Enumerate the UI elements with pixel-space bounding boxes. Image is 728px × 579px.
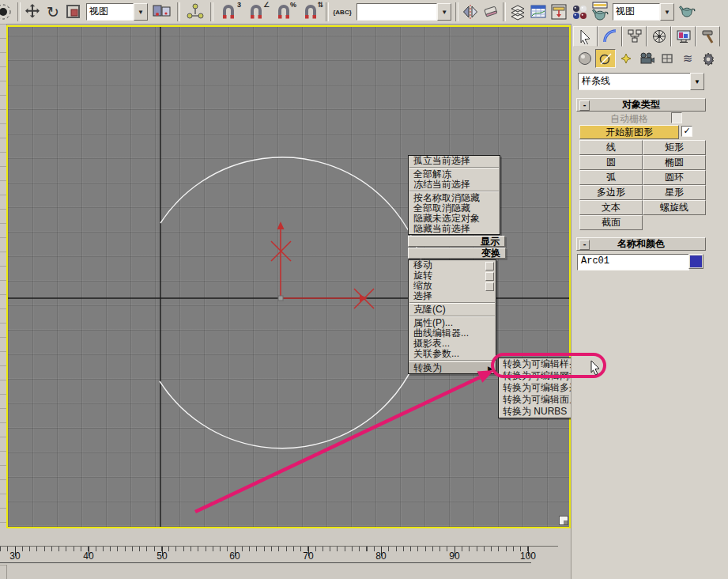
named-selection-dropdown[interactable]: ▼ <box>356 4 451 20</box>
curve-editor-icon[interactable] <box>528 2 549 22</box>
time-slider-strip[interactable] <box>0 528 573 546</box>
angle-snap-icon[interactable]: ∠ <box>242 2 270 22</box>
render-setup-icon[interactable] <box>590 2 610 22</box>
button-text[interactable]: 文本 <box>579 200 643 215</box>
named-selection-label: {ABC} <box>333 9 352 16</box>
tab-hierarchy[interactable] <box>622 26 647 47</box>
arc01-spline[interactable] <box>160 157 428 448</box>
menu-item-wire-parameters[interactable]: 关联参数... <box>409 349 496 359</box>
track-bar-ruler[interactable]: 30 40 50 60 70 80 90 100 <box>0 546 573 565</box>
toolbar-separator <box>17 2 21 21</box>
start-new-shape-button[interactable]: 开始新图形 <box>579 125 679 139</box>
layer-manager-icon[interactable] <box>507 2 528 22</box>
material-editor-icon[interactable] <box>569 2 590 22</box>
mouse-cursor-icon <box>590 360 603 376</box>
menu-item-isolate-selection[interactable]: 孤立当前选择 <box>409 156 500 166</box>
tab-display[interactable] <box>671 26 696 47</box>
utilities-hammer-icon <box>700 28 716 44</box>
spinner-snap-glyph: ⇅ <box>317 2 323 9</box>
button-arc[interactable]: 弧 <box>579 170 643 185</box>
percent-snap-label: % <box>290 2 296 9</box>
menu-item-freeze-selection[interactable]: 冻结当前选择 <box>409 180 500 190</box>
button-circle[interactable]: 圆 <box>579 155 643 170</box>
render-type-dropdown[interactable]: 视图 ▼ <box>613 4 674 20</box>
align-icon[interactable] <box>481 2 501 22</box>
viewport-resize-grip[interactable] <box>559 516 568 525</box>
percent-snap-icon[interactable]: % <box>270 2 297 22</box>
lights-category-icon[interactable] <box>616 49 636 68</box>
object-color-swatch[interactable] <box>688 254 703 269</box>
button-helix[interactable]: 螺旋线 <box>643 200 706 215</box>
select-and-move-icon[interactable] <box>22 2 43 22</box>
ruler-baseline <box>0 562 531 563</box>
spinner-snap-icon[interactable]: ⇅ <box>297 2 324 22</box>
rollout-name-color[interactable]: - 名称和颜色 <box>576 237 706 251</box>
button-ngon[interactable]: 多边形 <box>579 185 643 200</box>
autogrid-label: 自动栅格 <box>586 112 673 126</box>
mirror-icon[interactable] <box>460 2 481 22</box>
render-type-value: 视图 <box>613 3 660 21</box>
shape-type-dropdown[interactable]: 样条线 ▼ <box>578 73 704 89</box>
tab-modify[interactable] <box>598 26 622 47</box>
create-categories: ≋ <box>575 49 725 70</box>
helpers-category-icon[interactable] <box>657 49 677 68</box>
ruler-label: 50 <box>149 551 175 562</box>
cameras-category-icon[interactable] <box>636 49 657 68</box>
rollout-title: 名称和颜色 <box>617 237 665 251</box>
menu-item-clone[interactable]: 克隆(C) <box>409 305 496 315</box>
hierarchy-icon <box>627 28 643 44</box>
select-and-manipulate-icon[interactable] <box>182 2 209 22</box>
display-monitor-icon <box>676 28 692 44</box>
tab-create[interactable] <box>573 26 598 47</box>
menu-item-label: 缩放 <box>413 280 432 291</box>
quick-render-icon[interactable] <box>677 2 697 22</box>
menu-item-label: 移动 <box>413 259 432 271</box>
angle-snap-glyph: ∠ <box>263 2 270 9</box>
select-and-rotate-icon[interactable]: ↻ <box>43 2 63 22</box>
select-and-scale-icon[interactable] <box>63 2 84 22</box>
collapse-icon[interactable]: - <box>579 240 590 250</box>
rollout-object-type[interactable]: - 对象类型 <box>576 98 706 112</box>
object-name-field[interactable]: Arc01 <box>577 254 689 271</box>
use-pivot-point-icon[interactable] <box>150 2 175 22</box>
named-selection-sets-icon[interactable]: {ABC} <box>330 2 354 22</box>
modify-curve-icon <box>602 28 618 44</box>
dropdown-arrow-icon[interactable]: ▼ <box>660 3 674 21</box>
settings-box-icon[interactable] <box>485 262 494 271</box>
selection-center-icon[interactable] <box>0 2 16 22</box>
menu-item-convert-to[interactable]: 转换为▶ <box>409 362 496 373</box>
geometry-category-icon[interactable] <box>575 49 595 68</box>
button-ellipse[interactable]: 椭圆 <box>643 155 706 170</box>
systems-category-icon[interactable] <box>698 49 719 68</box>
dropdown-arrow-icon[interactable]: ▼ <box>437 3 451 21</box>
dropdown-arrow-icon[interactable]: ▼ <box>134 3 148 21</box>
ruler-label: 40 <box>75 551 102 562</box>
button-section[interactable]: 截面 <box>579 215 643 230</box>
settings-box-icon[interactable] <box>485 272 494 281</box>
tab-motion[interactable] <box>647 26 671 47</box>
ruler-label: 100 <box>515 551 541 562</box>
start-new-shape-checkbox[interactable]: ✓ <box>681 126 692 137</box>
menu-separator <box>409 360 495 361</box>
menu-item-hide-selection[interactable]: 隐藏当前选择 <box>409 224 500 234</box>
menu-item-select[interactable]: 选择 <box>409 291 496 301</box>
reference-coordinate-dropdown[interactable]: 视图 ▼ <box>86 4 148 20</box>
object-color-fill <box>690 255 702 267</box>
move-gizmo[interactable] <box>271 221 374 308</box>
button-line[interactable]: 线 <box>579 140 643 155</box>
button-rectangle[interactable]: 矩形 <box>643 140 706 155</box>
snap-toggle-3d-icon[interactable]: 3 <box>215 2 242 22</box>
create-arrow-icon <box>578 28 594 44</box>
rotate-glyph: ↻ <box>47 5 59 20</box>
collapse-icon[interactable]: - <box>579 100 590 111</box>
button-star[interactable]: 星形 <box>643 185 706 200</box>
autogrid-checkbox[interactable] <box>671 112 682 123</box>
schematic-view-icon[interactable] <box>549 2 569 22</box>
button-donut[interactable]: 圆环 <box>643 170 706 185</box>
toolbar-separator <box>210 2 213 21</box>
settings-box-icon[interactable] <box>485 282 494 291</box>
spacewarps-category-icon[interactable]: ≋ <box>677 49 698 68</box>
dropdown-arrow-icon[interactable]: ▼ <box>690 73 704 90</box>
shapes-category-icon[interactable] <box>595 49 616 68</box>
tab-utilities[interactable] <box>696 26 720 47</box>
